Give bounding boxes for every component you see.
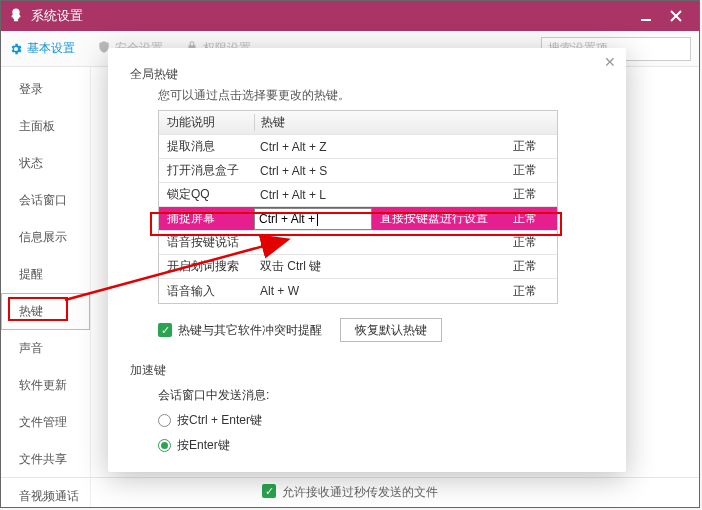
radio-enter[interactable]: 按Enter键: [158, 437, 604, 454]
close-button[interactable]: [661, 1, 691, 31]
sidebar-item-login[interactable]: 登录: [1, 71, 90, 108]
minimize-button[interactable]: [631, 1, 661, 31]
app-logo-icon: [7, 7, 25, 25]
window-title: 系统设置: [31, 7, 83, 25]
sidebar-item-hotkey[interactable]: 热键: [1, 293, 90, 330]
sidebar-item-sound[interactable]: 声音: [1, 330, 90, 367]
hotkey-table: 功能说明 热键 提取消息 Ctrl + Alt + Z 正常 打开消息盒子 Ct…: [158, 110, 558, 304]
table-row[interactable]: 语音输入 Alt + W 正常: [159, 279, 557, 303]
sidebar-item-main-panel[interactable]: 主面板: [1, 108, 90, 145]
sidebar-item-info-display[interactable]: 信息展示: [1, 219, 90, 256]
svg-rect-0: [641, 19, 651, 21]
radio-label: 按Ctrl + Enter键: [177, 412, 262, 429]
text-caret: [317, 212, 318, 226]
dialog-close-button[interactable]: ✕: [604, 54, 616, 70]
sidebar-item-update[interactable]: 软件更新: [1, 367, 90, 404]
radio-label: 按Enter键: [177, 437, 230, 454]
bottom-label: 允许接收通过秒传发送的文件: [282, 484, 438, 501]
tab-basic-settings[interactable]: 基本设置: [9, 40, 75, 57]
restore-default-hotkey-button[interactable]: 恢复默认热键: [340, 318, 442, 342]
titlebar: 系统设置: [1, 1, 699, 31]
hotkey-settings-dialog: ✕ 全局热键 您可以通过点击选择要更改的热键。 功能说明 热键 提取消息 Ctr…: [108, 48, 626, 472]
conflict-notify-checkbox[interactable]: ✓ 热键与其它软件冲突时提醒: [158, 322, 322, 339]
table-row[interactable]: 打开消息盒子 Ctrl + Alt + S 正常: [159, 159, 557, 183]
group-title-accelerator: 加速键: [130, 362, 604, 379]
group-title-global-hotkey: 全局热键: [130, 66, 604, 83]
table-row[interactable]: 提取消息 Ctrl + Alt + Z 正常: [159, 135, 557, 159]
sidebar-item-status[interactable]: 状态: [1, 145, 90, 182]
table-row[interactable]: 开启划词搜索 双击 Ctrl 键 正常: [159, 255, 557, 279]
accel-label: 会话窗口中发送消息:: [158, 387, 604, 404]
settings-sidebar: 登录 主面板 状态 会话窗口 信息展示 提醒 热键 声音 软件更新 文件管理 文…: [1, 67, 91, 507]
check-icon: ✓: [158, 323, 172, 337]
gear-icon: [9, 42, 23, 56]
radio-icon: [158, 414, 171, 427]
bottom-option[interactable]: ✓ 允许接收通过秒传发送的文件: [1, 477, 699, 507]
sidebar-item-file-share[interactable]: 文件共享: [1, 441, 90, 478]
radio-icon: [158, 439, 171, 452]
hotkey-input[interactable]: Ctrl + Alt +: [254, 208, 372, 230]
sidebar-item-file-manage[interactable]: 文件管理: [1, 404, 90, 441]
table-row[interactable]: 锁定QQ Ctrl + Alt + L 正常: [159, 183, 557, 207]
tab-label: 基本设置: [27, 40, 75, 57]
sidebar-item-reminder[interactable]: 提醒: [1, 256, 90, 293]
col-header-name: 功能说明: [159, 114, 254, 131]
sidebar-item-chat-window[interactable]: 会话窗口: [1, 182, 90, 219]
table-row-selected[interactable]: 捕捉屏幕 Ctrl + Alt + 直接按键盘进行设置 正常: [159, 207, 557, 231]
checkbox-label: 热键与其它软件冲突时提醒: [178, 322, 322, 339]
check-icon: ✓: [262, 484, 276, 498]
table-header: 功能说明 热键: [159, 111, 557, 135]
table-row[interactable]: 语音按键说话 F2 正常: [159, 231, 557, 255]
radio-ctrl-enter[interactable]: 按Ctrl + Enter键: [158, 412, 604, 429]
group-desc: 您可以通过点击选择要更改的热键。: [158, 87, 604, 104]
col-header-key: 热键: [254, 114, 374, 131]
